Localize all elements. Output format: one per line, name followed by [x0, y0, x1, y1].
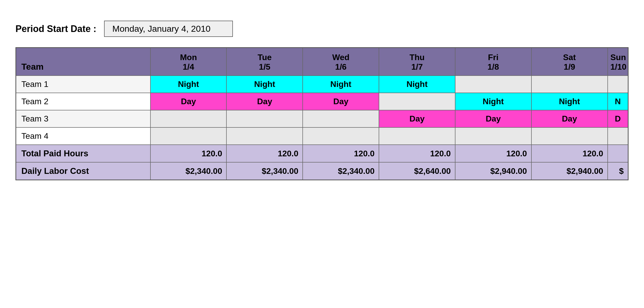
- shift-cell: [379, 93, 455, 110]
- paid-hours-label: Total Paid Hours: [16, 145, 150, 162]
- col-header-thu: Thu1/7: [379, 48, 455, 76]
- shift-cell: N: [608, 93, 628, 110]
- col-header-wed: Wed1/6: [303, 48, 379, 76]
- paid-hours-cell: [608, 145, 628, 162]
- table-row: Team 4: [16, 127, 628, 145]
- shift-cell: Night: [303, 76, 379, 93]
- period-start-section: Period Start Date : Monday, January 4, 2…: [15, 21, 629, 37]
- col-header-sat: Sat1/9: [531, 48, 608, 76]
- shift-cell: Day: [531, 110, 608, 127]
- shift-cell: [150, 110, 227, 127]
- shift-cell: [226, 127, 303, 145]
- col-header-team: Team: [16, 48, 150, 76]
- table-row: Team 3DayDayDayD: [16, 110, 628, 127]
- shift-cell: Night: [150, 76, 227, 93]
- team-rows: Team 1NightNightNightNightTeam 2DayDayDa…: [16, 76, 628, 180]
- col-header-fri: Fri1/8: [455, 48, 531, 76]
- shift-cell: [608, 76, 628, 93]
- col-header-tue: Tue1/5: [226, 48, 303, 76]
- shift-cell: [455, 76, 531, 93]
- daily-labor-cost-row: Daily Labor Cost$2,340.00$2,340.00$2,340…: [16, 162, 628, 180]
- shift-cell: Day: [303, 93, 379, 110]
- shift-cell: Night: [531, 93, 608, 110]
- schedule-table: Team Mon1/4 Tue1/5 Wed1/6 Thu1/7 Fri1/8 …: [15, 47, 629, 180]
- shift-cell: D: [608, 110, 628, 127]
- table-row: Team 2DayDayDayNightNightN: [16, 93, 628, 110]
- shift-cell: [303, 127, 379, 145]
- shift-cell: Day: [226, 93, 303, 110]
- table-row: Team 1NightNightNightNight: [16, 76, 628, 93]
- shift-cell: Night: [455, 93, 531, 110]
- team-name-cell: Team 4: [16, 127, 150, 145]
- table-header-row: Team Mon1/4 Tue1/5 Wed1/6 Thu1/7 Fri1/8 …: [16, 48, 628, 76]
- labor-cost-cell: $2,340.00: [303, 162, 379, 180]
- shift-cell: Day: [150, 93, 227, 110]
- labor-cost-cell: $2,340.00: [226, 162, 303, 180]
- shift-cell: [455, 127, 531, 145]
- shift-cell: Night: [226, 76, 303, 93]
- team-name-cell: Team 3: [16, 110, 150, 127]
- labor-cost-cell: $2,640.00: [379, 162, 455, 180]
- col-header-sun: Sun1/10: [608, 48, 628, 76]
- shift-cell: [531, 76, 608, 93]
- paid-hours-cell: 120.0: [531, 145, 608, 162]
- paid-hours-cell: 120.0: [150, 145, 227, 162]
- shift-cell: [531, 127, 608, 145]
- shift-cell: [226, 110, 303, 127]
- shift-cell: Day: [455, 110, 531, 127]
- shift-cell: Night: [379, 76, 455, 93]
- paid-hours-cell: 120.0: [303, 145, 379, 162]
- total-paid-hours-row: Total Paid Hours120.0120.0120.0120.0120.…: [16, 145, 628, 162]
- labor-cost-cell: $: [608, 162, 628, 180]
- labor-cost-label: Daily Labor Cost: [16, 162, 150, 180]
- labor-cost-cell: $2,940.00: [531, 162, 608, 180]
- paid-hours-cell: 120.0: [226, 145, 303, 162]
- shift-cell: [379, 127, 455, 145]
- period-start-label: Period Start Date :: [15, 23, 96, 34]
- team-name-cell: Team 2: [16, 93, 150, 110]
- shift-cell: [608, 127, 628, 145]
- paid-hours-cell: 120.0: [455, 145, 531, 162]
- team-name-cell: Team 1: [16, 76, 150, 93]
- labor-cost-cell: $2,940.00: [455, 162, 531, 180]
- shift-cell: [303, 110, 379, 127]
- period-start-value: Monday, January 4, 2010: [104, 21, 233, 37]
- paid-hours-cell: 120.0: [379, 145, 455, 162]
- shift-cell: [150, 127, 227, 145]
- labor-cost-cell: $2,340.00: [150, 162, 227, 180]
- col-header-mon: Mon1/4: [150, 48, 227, 76]
- shift-cell: Day: [379, 110, 455, 127]
